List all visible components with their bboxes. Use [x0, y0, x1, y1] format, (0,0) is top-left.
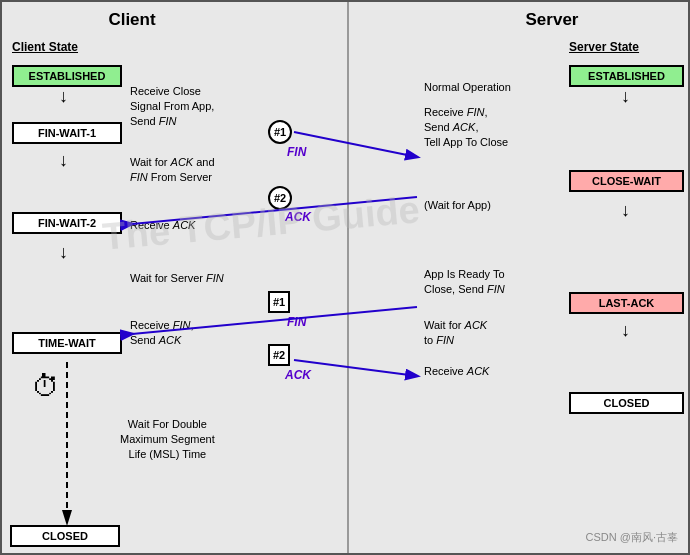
- arrow-est-to-fw1: ↓: [59, 86, 68, 107]
- arrow-s-la-to-cl: ↓: [621, 320, 630, 341]
- app-ready-close-label: App Is Ready ToClose, Send FIN: [424, 267, 505, 297]
- closed-server-box: CLOSED: [569, 392, 684, 414]
- svg-line-3: [294, 132, 417, 157]
- wait-msl-label: Wait For DoubleMaximum SegmentLife (MSL)…: [120, 417, 215, 462]
- close-wait-box: CLOSE-WAIT: [569, 170, 684, 192]
- last-ack-box: LAST-ACK: [569, 292, 684, 314]
- diagram-container: Client Server Client State Server State …: [0, 0, 690, 555]
- established-server-box: ESTABLISHED: [569, 65, 684, 87]
- arrow-fw1-to-fw2: ↓: [59, 150, 68, 171]
- circle-num-1: #1: [268, 120, 292, 144]
- fin-wait-2-box: FIN-WAIT-2: [12, 212, 122, 234]
- normal-operation-label: Normal Operation: [424, 80, 511, 95]
- ack-packet-4-label: ACK: [285, 368, 311, 382]
- receive-ack-label: Receive ACK: [130, 218, 195, 233]
- svg-marker-2: [62, 510, 72, 526]
- arrow-s-cw-to-la: ↓: [621, 200, 630, 221]
- square-num-1: #1: [268, 291, 290, 313]
- fin-packet-3-label: FIN: [287, 315, 306, 329]
- client-state-title: Client State: [12, 40, 78, 54]
- ack-packet-2-label: ACK: [285, 210, 311, 224]
- fin-wait-1-box: FIN-WAIT-1: [12, 122, 122, 144]
- receive-ack-server-label: Receive ACK: [424, 364, 489, 379]
- vertical-divider: [347, 2, 349, 553]
- wait-ack-fin-label: Wait for ACK andFIN From Server: [130, 155, 215, 185]
- arrow-s-est-to-cw: ↓: [621, 86, 630, 107]
- client-header: Client: [62, 10, 202, 30]
- closed-client-box: CLOSED: [10, 525, 120, 547]
- credit-text: CSDN @南风·古辜: [586, 530, 678, 545]
- server-state-title: Server State: [569, 40, 639, 54]
- clock-icon: ⏱: [32, 370, 60, 403]
- fin-packet-1-label: FIN: [287, 145, 306, 159]
- time-wait-box: TIME-WAIT: [12, 332, 122, 354]
- receive-fin-send-ack-label: Receive FIN,Send ACK: [130, 318, 194, 348]
- circle-num-2: #2: [268, 186, 292, 210]
- server-header: Server: [462, 10, 642, 30]
- wait-ack-to-fin-label: Wait for ACKto FIN: [424, 318, 487, 348]
- receive-fin-send-ack-server-label: Receive FIN,Send ACK,Tell App To Close: [424, 105, 508, 150]
- wait-server-fin-label: Wait for Server FIN: [130, 271, 224, 286]
- receive-close-label: Receive CloseSignal From App,Send FIN: [130, 84, 214, 129]
- svg-line-6: [294, 360, 417, 376]
- arrow-fw2-to-tw: ↓: [59, 242, 68, 263]
- established-client-box: ESTABLISHED: [12, 65, 122, 87]
- wait-for-app-label: (Wait for App): [424, 198, 491, 213]
- square-num-2: #2: [268, 344, 290, 366]
